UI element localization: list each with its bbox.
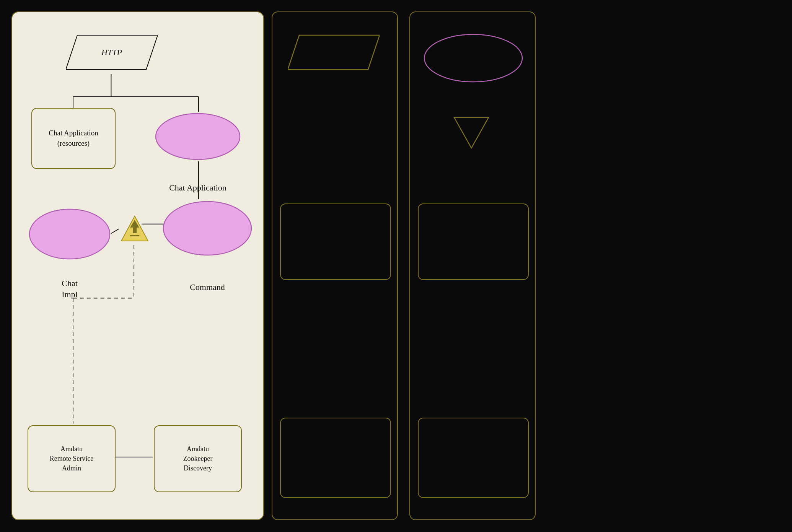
panel1-parallelogram xyxy=(288,31,380,73)
command-label: Command xyxy=(190,282,225,293)
http-label: HTTP xyxy=(101,47,122,57)
chat-impl-node: ChatImpl xyxy=(28,207,112,261)
chat-app-resources-label: Chat Application(resources) xyxy=(49,128,98,148)
svg-marker-21 xyxy=(454,117,489,148)
chat-application-node: Chat Application xyxy=(154,112,242,161)
svg-marker-19 xyxy=(288,35,380,70)
panel1-rect-bottom xyxy=(280,418,391,498)
right-panel-2 xyxy=(409,11,536,520)
panel2-rect-bottom xyxy=(418,418,529,498)
svg-point-20 xyxy=(424,34,522,82)
svg-rect-18 xyxy=(130,235,139,236)
svg-point-13 xyxy=(29,209,110,259)
amdatu-zookeeper-node: AmdatuZookeeperDiscovery xyxy=(154,425,242,492)
amdatu-remote-label: AmdatuRemote ServiceAdmin xyxy=(50,444,93,473)
panel1-rect-top xyxy=(280,203,391,280)
http-node: HTTP xyxy=(66,31,158,73)
panel2-ellipse xyxy=(422,31,525,85)
svg-point-14 xyxy=(163,202,251,255)
command-node: Command xyxy=(161,200,253,257)
svg-line-6 xyxy=(111,229,119,234)
chat-app-resources-node: Chat Application(resources) xyxy=(31,108,116,169)
panel2-rect-top xyxy=(418,203,529,280)
amdatu-remote-node: AmdatuRemote ServiceAdmin xyxy=(28,425,116,492)
right-panel-1 xyxy=(272,11,398,520)
chat-impl-label: ChatImpl xyxy=(62,278,78,300)
chat-application-label: Chat Application xyxy=(169,182,227,194)
panel2-triangle xyxy=(452,116,491,150)
main-diagram-panel: HTTP Chat Application(resources) Chat Ap… xyxy=(11,11,264,520)
amdatu-zookeeper-label: AmdatuZookeeperDiscovery xyxy=(183,444,213,473)
interface-symbol xyxy=(119,214,150,245)
svg-point-12 xyxy=(156,114,240,159)
